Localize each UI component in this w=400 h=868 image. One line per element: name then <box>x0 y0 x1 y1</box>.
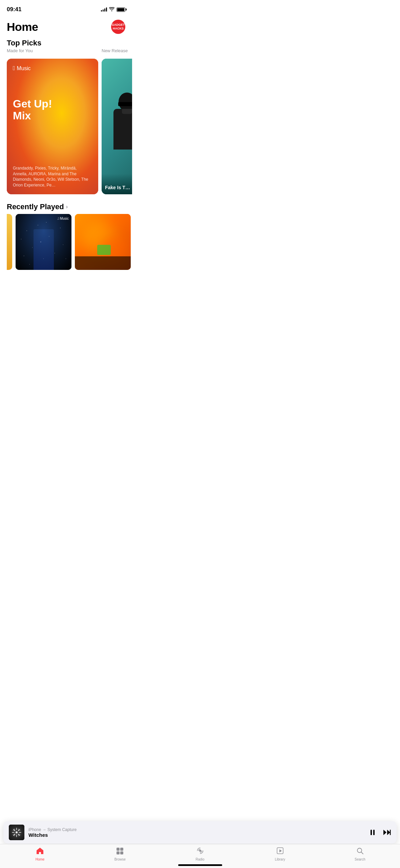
card-artists: Grandaddy, Pixies, Tricky, Mïrändä, Anne… <box>13 138 92 188</box>
recently-played-row:  Music <box>0 214 132 275</box>
orange-bottom-bar <box>75 256 131 270</box>
status-icons <box>101 7 125 12</box>
person-silhouette <box>107 93 132 181</box>
wifi-icon <box>109 7 114 12</box>
card-title: Get Up! Mix <box>13 98 92 122</box>
recently-played-title: Recently Played <box>7 202 64 211</box>
signal-icon <box>101 7 107 12</box>
apple-music-badge:  Music <box>13 65 92 72</box>
top-picks-labels: Made for You New Release <box>0 48 132 55</box>
status-time: 09:41 <box>7 6 21 13</box>
page-title: Home <box>7 20 38 34</box>
secondary-card-label: Fake Is T… <box>105 185 132 190</box>
battery-icon <box>117 7 125 12</box>
new-release-label: New Release <box>102 48 132 53</box>
top-picks-section: Top Picks <box>0 37 132 48</box>
recent-card-partial-left[interactable] <box>7 214 12 270</box>
made-for-you-label: Made for You <box>7 48 98 53</box>
new-release-card[interactable]: Fake Is T… <box>102 59 132 194</box>
apple-logo-icon:  <box>13 65 15 72</box>
get-up-mix-card[interactable]:  Music Get Up! Mix Grandaddy, Pixies, T… <box>7 59 98 194</box>
header: Home GADGET HACKS <box>0 16 132 37</box>
apple-music-badge-recent:  Music <box>58 217 69 220</box>
top-picks-row:  Music Get Up! Mix Grandaddy, Pixies, T… <box>0 55 132 198</box>
card-secondary-bg <box>102 59 132 194</box>
section-title-top-picks: Top Picks <box>7 39 125 47</box>
user-avatar[interactable]: GADGET HACKS <box>111 20 125 34</box>
recent-card-starfield[interactable]:  Music <box>16 214 71 270</box>
recently-played-header[interactable]: Recently Played › <box>0 198 132 214</box>
recent-card-orange[interactable] <box>75 214 131 270</box>
apple-music-label: Music <box>17 65 31 72</box>
card-content:  Music Get Up! Mix Grandaddy, Pixies, T… <box>7 59 98 194</box>
spire-shape <box>34 229 54 270</box>
status-bar: 09:41 <box>0 0 132 16</box>
orange-green-rect <box>97 245 111 255</box>
avatar-text: GADGET HACKS <box>112 23 125 31</box>
recently-played-chevron: › <box>66 204 68 210</box>
